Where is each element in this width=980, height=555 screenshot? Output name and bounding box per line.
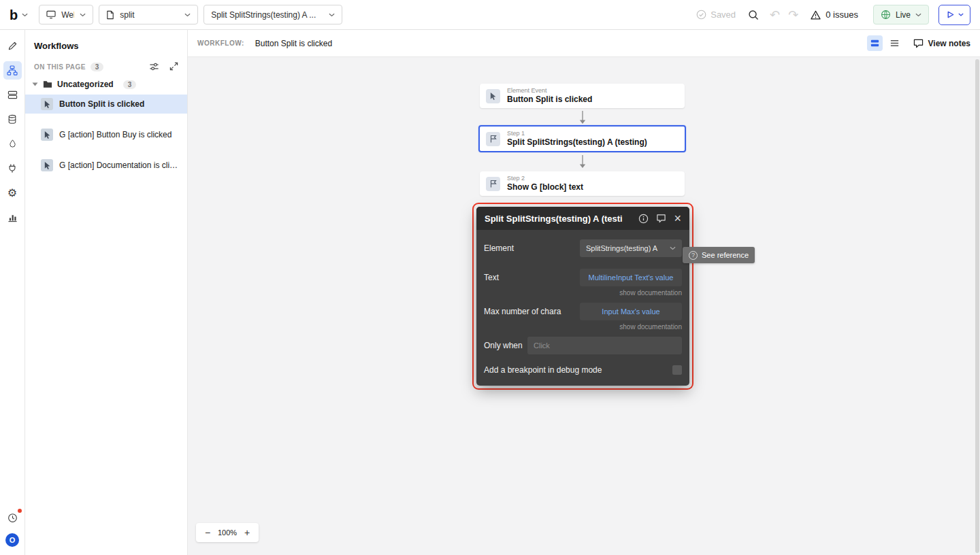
issues-label: 0 issues <box>826 10 858 20</box>
layout-tab[interactable] <box>3 86 22 104</box>
history-controls: ↶ ↷ <box>770 9 798 21</box>
view-mode-cards-button[interactable] <box>867 35 883 51</box>
pencil-icon <box>7 41 18 51</box>
popup-body: Element SplitStrings(testing) A Text Mul… <box>476 230 689 386</box>
breakpoint-checkbox[interactable] <box>672 365 682 375</box>
workflows-panel: Workflows ON THIS PAGE 3 Uncategorized 3… <box>25 30 188 555</box>
workflow-item-label: Button Split is clicked <box>59 99 150 109</box>
workflow-canvas[interactable]: Element Event Button Split is clicked St… <box>188 57 980 555</box>
platform-selector[interactable]: Web <box>39 5 93 24</box>
workflow-tab[interactable] <box>3 61 22 80</box>
play-icon <box>946 10 955 19</box>
folder-uncategorized[interactable]: Uncategorized 3 <box>25 80 187 89</box>
workflow-node-step1-selected[interactable]: Step 1 Split SplitStrings(testing) A (te… <box>478 125 686 152</box>
folder-icon <box>43 80 52 88</box>
question-icon: ? <box>689 251 698 260</box>
platform-label: Web <box>61 10 74 20</box>
cursor-click-icon <box>44 161 51 169</box>
flag-icon <box>490 180 497 188</box>
expand-icon[interactable] <box>169 62 178 71</box>
chevron-down-icon <box>329 13 335 17</box>
popup-titlebar[interactable]: Split SplitStrings(testing) A (testi × <box>476 207 689 230</box>
zoom-in-button[interactable]: + <box>239 524 255 541</box>
redo-button[interactable]: ↷ <box>788 9 798 21</box>
info-icon[interactable] <box>638 214 649 224</box>
workflow-item[interactable]: G [action] Documentation is click... <box>25 156 187 175</box>
only-when-row: Only when <box>484 337 682 354</box>
globe-icon <box>881 10 891 20</box>
comment-icon[interactable] <box>656 214 666 223</box>
text-expression-button[interactable]: MultilineInput Text's value <box>580 269 682 286</box>
chevron-down-icon <box>915 13 921 17</box>
app-menu[interactable]: b <box>10 8 28 22</box>
section-label: ON THIS PAGE <box>34 63 86 71</box>
list-view-icon <box>889 38 900 48</box>
folder-name: Uncategorized <box>57 80 114 89</box>
view-notes-button[interactable]: View notes <box>913 39 970 48</box>
warning-icon <box>811 10 821 20</box>
show-documentation-link[interactable]: show documentation <box>484 323 682 331</box>
only-when-label: Only when <box>484 341 527 350</box>
issues-indicator[interactable]: 0 issues <box>811 10 858 20</box>
workflow-item-selected[interactable]: Button Split is clicked <box>25 95 187 114</box>
zoom-control: − 100% + <box>196 523 259 542</box>
canvas-scrollbar[interactable] <box>974 57 980 555</box>
only-when-input[interactable] <box>527 337 682 354</box>
text-label: Text <box>484 273 580 282</box>
live-button[interactable]: Live <box>873 5 929 24</box>
search-button[interactable] <box>744 5 763 24</box>
editor-body: ⚙ O Workflows ON THIS PAGE 3 <box>0 30 980 555</box>
flow-arrow-icon <box>577 111 588 124</box>
zoom-out-button[interactable]: − <box>199 524 216 541</box>
view-notes-label: View notes <box>928 39 970 48</box>
canvas-header-right: View notes <box>863 35 970 51</box>
check-circle-icon <box>696 10 706 20</box>
flag-icon <box>490 135 497 143</box>
cursor-click-icon <box>44 131 51 139</box>
preview-button[interactable] <box>938 5 970 25</box>
max-chars-expression-button[interactable]: Input Max's value <box>580 303 682 320</box>
filter-icon[interactable] <box>149 62 159 71</box>
show-documentation-link[interactable]: show documentation <box>484 289 682 297</box>
view-mode-list-button[interactable] <box>887 35 902 51</box>
page-selector[interactable]: split <box>99 5 198 24</box>
current-workflow-name: Button Split is clicked <box>255 39 332 48</box>
canvas-header: WORKFLOW: Button Split is clicked View n… <box>188 30 980 57</box>
styles-tab[interactable] <box>3 135 22 153</box>
node-title: Show G [block] text <box>507 182 583 192</box>
element-dropdown[interactable]: SplitStrings(testing) A <box>580 239 682 257</box>
undo-button[interactable]: ↶ <box>770 9 780 21</box>
user-avatar[interactable]: O <box>5 533 19 547</box>
topbar-right: Saved ↶ ↷ 0 issues Live <box>696 5 970 25</box>
history-button[interactable] <box>3 509 22 527</box>
max-chars-label: Max number of chara <box>484 307 580 316</box>
logs-tab[interactable] <box>3 208 22 226</box>
on-this-page-section: ON THIS PAGE 3 <box>25 62 187 71</box>
settings-tab[interactable]: ⚙ <box>3 184 22 202</box>
cursor-click-icon <box>489 92 497 100</box>
workflow-node-step2[interactable]: Step 2 Show G [block] text <box>480 171 685 196</box>
element-selector-label: Split SplitStrings(testing) A ... <box>211 10 323 20</box>
chevron-down-icon <box>670 246 676 250</box>
scrollbar-thumb[interactable] <box>975 59 979 553</box>
workflow-item-label: G [action] Button Buy is clicked <box>59 130 177 139</box>
monitor-icon <box>46 10 56 19</box>
save-status-label: Saved <box>710 10 736 20</box>
popup-titlebar-icons: × <box>638 212 681 224</box>
plug-icon <box>7 163 17 173</box>
design-tab[interactable] <box>3 37 22 55</box>
workflow-item-label: G [action] Documentation is click... <box>59 161 187 170</box>
workflow-list: Button Split is clicked G [action] Butto… <box>25 95 187 175</box>
element-label: Element <box>484 243 580 253</box>
workflow-item[interactable]: G [action] Button Buy is clicked <box>25 125 187 144</box>
workflow-node-event[interactable]: Element Event Button Split is clicked <box>480 84 685 108</box>
element-selector[interactable]: Split SplitStrings(testing) A ... <box>203 5 342 24</box>
plugins-tab[interactable] <box>3 159 22 178</box>
cards-view-icon <box>870 38 880 48</box>
action-property-editor: Split SplitStrings(testing) A (testi × E… <box>476 207 689 386</box>
zoom-level: 100% <box>216 528 239 537</box>
close-icon[interactable]: × <box>674 212 681 224</box>
data-tab[interactable] <box>3 110 22 129</box>
popup-title: Split SplitStrings(testing) A (testi <box>485 214 638 224</box>
see-reference-tooltip[interactable]: ? See reference <box>683 247 755 263</box>
